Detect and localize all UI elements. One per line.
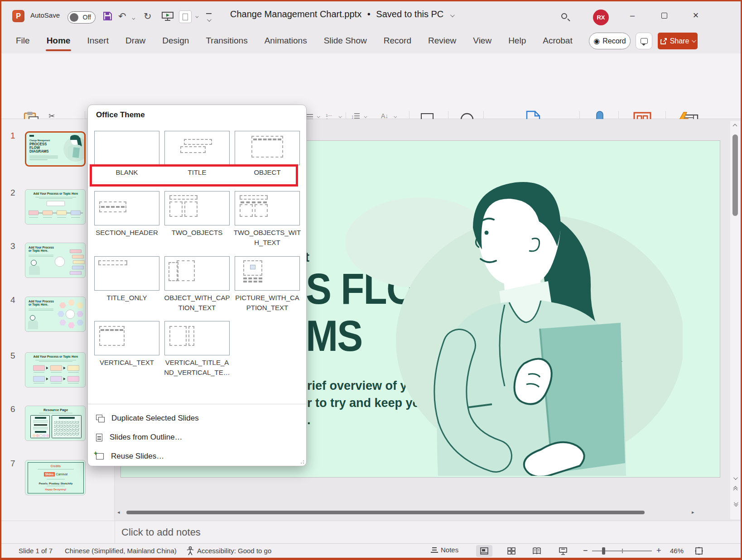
scroll-right-icon[interactable]: ▸ — [692, 509, 694, 515]
powerpoint-logo-icon[interactable]: P — [12, 10, 24, 22]
layout-option-object-with-caption-text[interactable]: OBJECT_WITH_CAPTION_TEXT — [164, 256, 230, 313]
normal-view-button[interactable] — [476, 545, 492, 557]
next-slide-button[interactable] — [730, 502, 740, 507]
tab-draw[interactable]: Draw — [125, 34, 146, 48]
horizontal-scrollbar-thumb[interactable] — [126, 511, 645, 514]
start-slideshow-icon[interactable] — [162, 12, 173, 21]
tab-transitions[interactable]: Transitions — [205, 34, 248, 48]
close-button[interactable]: × — [685, 8, 706, 23]
menu-item-duplicate-selected-slides[interactable]: Duplicate Selected Slides — [88, 409, 306, 427]
slide-thumbnail-5[interactable]: Add Your Process or Topic Here — [25, 352, 86, 388]
toggle-knob-icon — [70, 13, 78, 22]
previous-slide-button[interactable] — [730, 487, 740, 492]
scroll-down-icon[interactable] — [733, 475, 738, 480]
slide-body-line3: . — [307, 414, 311, 426]
autosave-state: Off — [83, 14, 91, 21]
annotation-highlight-rectangle — [90, 164, 298, 187]
undo-chevron-icon[interactable] — [132, 17, 135, 20]
reuse-slides-icon — [96, 453, 104, 459]
menu-item-slides-from-outline[interactable]: Slides from Outline… — [88, 428, 306, 446]
tab-help[interactable]: Help — [507, 34, 527, 48]
document-title[interactable]: Change Management Chart.pptx • Saved to … — [230, 9, 453, 19]
redo-icon[interactable]: ↻ — [144, 11, 152, 21]
slide-thumbnail-3[interactable]: Add Your Process or Topic Here. — [25, 243, 86, 278]
zoom-level[interactable]: 46% — [670, 547, 684, 555]
layout-option-two-objects-with-text[interactable]: TWO_OBJECTS_WITH_TEXT — [235, 191, 300, 248]
thumb3-title: Add Your Process or Topic Here. — [29, 246, 56, 252]
zoom-slider-thumb[interactable] — [602, 547, 605, 555]
fit-slide-to-window-icon[interactable] — [694, 546, 703, 555]
title-separator: • — [367, 9, 371, 19]
undo-icon[interactable]: ↶ — [118, 11, 126, 21]
comment-icon — [641, 38, 648, 44]
tab-record[interactable]: Record — [383, 34, 412, 48]
record-button[interactable]: ◉ Record — [589, 33, 631, 49]
customize-qat-icon[interactable] — [206, 13, 212, 24]
vertical-scrollbar[interactable] — [730, 121, 740, 519]
status-bar: Slide 1 of 7 Chinese (Simplified, Mainla… — [1, 543, 741, 558]
sort-button[interactable]: A↓ — [381, 112, 388, 120]
tab-design[interactable]: Design — [161, 34, 190, 48]
reading-view-button[interactable] — [529, 545, 545, 557]
search-icon[interactable] — [561, 13, 567, 19]
zoom-in-button[interactable]: + — [656, 546, 661, 555]
layout-option-title-only[interactable]: TITLE_ONLY — [94, 256, 159, 303]
tab-insert[interactable]: Insert — [86, 34, 110, 48]
share-icon — [660, 38, 667, 44]
slide-indicator[interactable]: Slide 1 of 7 — [19, 547, 53, 555]
thumb7-sources: Pexels. Pixabay. Sketchify — [25, 482, 86, 485]
menu-item-reuse-slides[interactable]: Reuse Slides… — [88, 447, 306, 465]
vertical-scrollbar-thumb[interactable] — [732, 134, 738, 216]
numbering-chevron-icon[interactable] — [338, 115, 342, 118]
slide-thumbnail-1[interactable]: Change Management PROCESS FLOW DIAGRAMS — [25, 131, 86, 167]
title-bar: P AutoSave Off ↶ ↻ Change Management Cha… — [1, 1, 741, 28]
tab-view[interactable]: View — [472, 34, 492, 48]
slideshow-view-button[interactable] — [555, 545, 571, 557]
layout-option-vertical-text[interactable]: VERTICAL_TEXT — [94, 321, 159, 368]
save-icon[interactable] — [103, 11, 112, 21]
slideshow-icon — [559, 547, 567, 555]
tab-animations[interactable]: Animations — [264, 34, 308, 48]
record-dot-icon: ◉ — [593, 37, 600, 45]
scroll-left-icon[interactable]: ◂ — [117, 509, 120, 515]
layout-option-section-header[interactable]: SECTION_HEADER — [94, 191, 159, 238]
bullets-chevron-icon[interactable] — [317, 115, 320, 118]
layout-option-vertical-title-and-vertical-text[interactable]: VERTICAL_TITLE_AND_VERTICAL_TE… — [164, 321, 230, 378]
accessibility-status[interactable]: Accessibility: Good to go — [197, 547, 271, 555]
tab-home[interactable]: Home — [46, 34, 72, 48]
avatar[interactable]: RX — [593, 10, 609, 25]
slide-thumbnail-4[interactable]: Add Your Process or Topic Here. — [25, 297, 86, 332]
tab-acrobat[interactable]: Acrobat — [542, 34, 573, 48]
thumb1-title: PROCESS FLOW DIAGRAMS — [29, 142, 54, 153]
comments-button[interactable] — [636, 33, 652, 49]
dropdown-resize-grip[interactable] — [299, 458, 304, 464]
autosave-toggle[interactable]: Off — [67, 11, 96, 24]
duplicate-slides-icon — [96, 415, 104, 422]
zoom-out-button[interactable]: − — [583, 546, 588, 555]
notes-pane[interactable]: Click to add notes — [1, 521, 741, 543]
title-chevron-icon — [450, 13, 455, 17]
notes-icon — [431, 547, 438, 553]
layout-option-two-objects[interactable]: TWO_OBJECTS — [164, 191, 230, 238]
tab-file[interactable]: File — [15, 34, 31, 48]
qat-item-chevron-icon[interactable] — [195, 15, 198, 18]
share-button[interactable]: Share — [658, 33, 698, 49]
language-status[interactable]: Chinese (Simplified, Mainland China) — [65, 547, 177, 555]
tab-slide-show[interactable]: Slide Show — [323, 34, 368, 48]
line-spacing-chevron-icon[interactable] — [364, 115, 367, 118]
slide-thumbnail-6[interactable]: Resource Page — [25, 406, 86, 441]
touch-mouse-mode-icon[interactable] — [179, 10, 192, 23]
tab-review[interactable]: Review — [427, 34, 457, 48]
layout-option-picture-with-caption-text[interactable]: PICTURE_WITH_CAPTION_TEXT — [235, 256, 300, 313]
notes-placeholder[interactable]: Click to add notes — [121, 526, 201, 538]
scroll-up-icon[interactable] — [733, 124, 737, 129]
maximize-button[interactable] — [654, 8, 675, 23]
slide-number: 5 — [10, 351, 15, 361]
slide-thumbnail-2[interactable]: Add Your Process or Topic Here — [25, 189, 86, 225]
notes-toggle-button[interactable]: Notes — [431, 546, 458, 554]
sort-chevron-icon[interactable] — [394, 115, 397, 118]
share-chevron-icon — [692, 38, 696, 43]
minimize-button[interactable]: – — [622, 8, 643, 23]
slide-thumbnail-7[interactable]: Credits Slides Carnival Pexels. Pixabay.… — [25, 460, 86, 495]
slide-sorter-view-button[interactable] — [503, 545, 520, 557]
